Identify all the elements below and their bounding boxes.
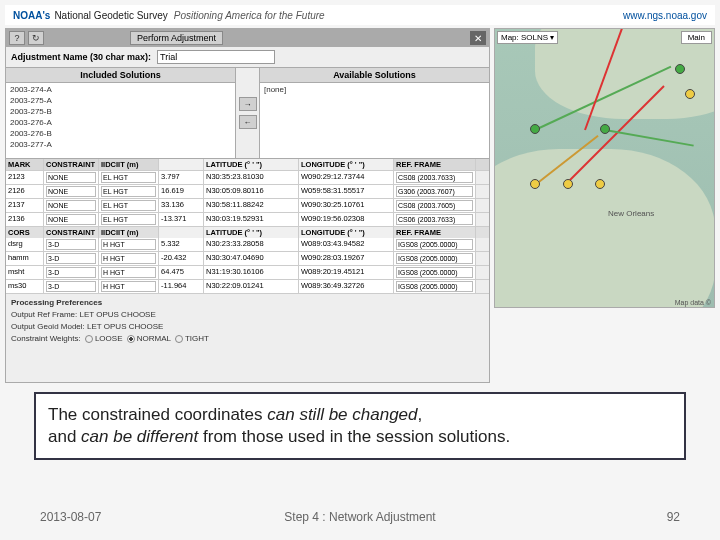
col-idcnt: IIDCIIT (m) xyxy=(99,159,159,170)
col-ref: REF. FRAME xyxy=(394,159,476,170)
pref-constraint-weights: Constraint Weights: LOOSE NORMAL TIGHT xyxy=(11,333,484,345)
move-left-button[interactable]: ← xyxy=(239,115,257,129)
refframe-select[interactable]: CS08 (2003.7633) xyxy=(396,172,473,183)
table-row: ms30 3-D H HGT -11.964 N30:22:09.01241 W… xyxy=(6,280,489,294)
table-row: 2126 NONE EL HGT 16.619 N30:05:09.80116 … xyxy=(6,185,489,199)
map-node-icon[interactable] xyxy=(563,179,573,189)
col-lon: LONGITUDE (° ' ") xyxy=(299,159,394,170)
noaa-label: NOAA's xyxy=(13,10,50,21)
perform-adjustment-button[interactable]: Perform Adjustment xyxy=(130,31,223,45)
constraint-select[interactable]: NONE xyxy=(46,172,96,183)
close-button[interactable]: ✕ xyxy=(470,31,486,45)
list-item[interactable]: 2003-276-B xyxy=(10,128,231,139)
map-panel[interactable]: Map: SOLNS ▾ Main New Orleans Map data © xyxy=(494,28,715,308)
map-node-icon[interactable] xyxy=(685,89,695,99)
available-solutions-panel: Available Solutions [none] xyxy=(260,68,489,158)
available-solutions-list[interactable]: [none] xyxy=(260,83,489,158)
table-row: msht 3-D H HGT 64.475 N31:19:30.16106 W0… xyxy=(6,266,489,280)
table-row: 2123 NONE EL HGT 3.797 N30:35:23.81030 W… xyxy=(6,171,489,185)
idcnt-select[interactable]: EL HGT xyxy=(101,172,156,183)
tagline: Positioning America for the Future xyxy=(174,10,325,21)
col-mark: MARK xyxy=(6,159,44,170)
included-solutions-panel: Included Solutions 2003-274-A 2003-275-A… xyxy=(6,68,236,158)
slide-footer: 2013-08-07 Step 4 : Network Adjustment 9… xyxy=(0,510,720,524)
radio-loose[interactable] xyxy=(85,335,93,343)
map-type-select[interactable]: Map: SOLNS ▾ xyxy=(497,31,558,44)
adjustment-dialog: ? ↻ Perform Adjustment ✕ Adjustment Name… xyxy=(5,28,490,383)
list-item[interactable]: 2003-275-B xyxy=(10,106,231,117)
marks-grid: MARK CONSTRAINT IIDCIIT (m) LATITUDE (° … xyxy=(6,159,489,294)
ngs-label: National Geodetic Survey xyxy=(54,10,167,21)
included-solutions-list[interactable]: 2003-274-A 2003-275-A 2003-275-B 2003-27… xyxy=(6,83,235,158)
list-item[interactable]: 2003-277-A xyxy=(10,139,231,150)
footer-page: 92 xyxy=(667,510,680,524)
map-city-label: New Orleans xyxy=(608,209,654,218)
refresh-button[interactable]: ↻ xyxy=(28,31,44,45)
table-row: hamm 3-D H HGT -20.432 N30:30:47.04690 W… xyxy=(6,252,489,266)
pref-output-geoid: Output Geoid Model: LET OPUS CHOOSE xyxy=(11,321,484,333)
map-main-button[interactable]: Main xyxy=(681,31,712,44)
pref-output-refframe: Output Ref Frame: LET OPUS CHOOSE xyxy=(11,309,484,321)
adjustment-name-label: Adjustment Name (30 char max): xyxy=(11,52,151,62)
callout-box: The constrained coordinates can still be… xyxy=(34,392,686,460)
list-item[interactable]: 2003-274-A xyxy=(10,84,231,95)
table-row: dsrg 3-D H HGT 5.332 N30:23:33.28058 W08… xyxy=(6,238,489,252)
radio-tight[interactable] xyxy=(175,335,183,343)
header-band: NOAA's National Geodetic Survey Position… xyxy=(5,5,715,25)
adjustment-name-input[interactable] xyxy=(157,50,275,64)
list-item: [none] xyxy=(264,84,485,95)
radio-normal[interactable] xyxy=(127,335,135,343)
transfer-buttons: → ← xyxy=(236,68,260,158)
map-node-icon[interactable] xyxy=(530,179,540,189)
col-lat: LATITUDE (° ' ") xyxy=(204,159,299,170)
col-cors: CORS xyxy=(6,227,44,238)
footer-date: 2013-08-07 xyxy=(40,510,101,524)
table-row: 2137 NONE EL HGT 33.136 N30:58:11.88242 … xyxy=(6,199,489,213)
map-node-icon[interactable] xyxy=(600,124,610,134)
header-url: www.ngs.noaa.gov xyxy=(623,10,707,21)
prefs-title: Processing Preferences xyxy=(11,297,484,309)
map-node-icon[interactable] xyxy=(530,124,540,134)
included-solutions-header: Included Solutions xyxy=(6,68,235,83)
map-node-icon[interactable] xyxy=(675,64,685,74)
list-item[interactable]: 2003-276-A xyxy=(10,117,231,128)
table-row: 2136 NONE EL HGT -13.371 N30:03:19.52931… xyxy=(6,213,489,227)
help-button[interactable]: ? xyxy=(9,31,25,45)
dialog-toolbar: ? ↻ Perform Adjustment ✕ xyxy=(6,29,489,47)
col-constraint: CONSTRAINT xyxy=(44,159,99,170)
map-node-icon[interactable] xyxy=(595,179,605,189)
list-item[interactable]: 2003-275-A xyxy=(10,95,231,106)
processing-preferences: Processing Preferences Output Ref Frame:… xyxy=(6,294,489,348)
move-right-button[interactable]: → xyxy=(239,97,257,111)
map-credit: Map data © xyxy=(675,299,711,306)
available-solutions-header: Available Solutions xyxy=(260,68,489,83)
footer-step: Step 4 : Network Adjustment xyxy=(284,510,435,524)
